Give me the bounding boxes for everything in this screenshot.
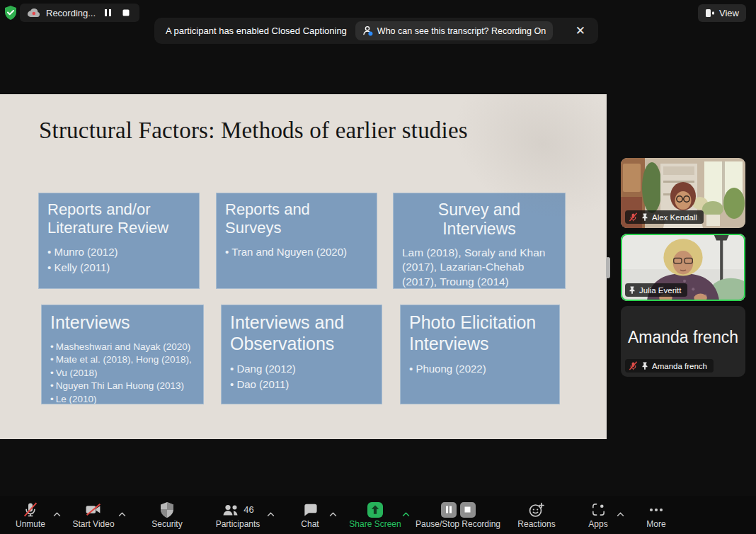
start-video-label: Start Video xyxy=(64,519,123,529)
security-button[interactable]: Security xyxy=(142,500,193,529)
reactions-button[interactable]: Reactions xyxy=(507,500,566,529)
participants-label: Participants xyxy=(204,519,272,529)
more-button[interactable]: More xyxy=(634,500,678,529)
box-list-item: Le (2010) xyxy=(50,393,195,404)
box-list: Tran and Nguyen (2020) xyxy=(225,244,368,260)
box-list-item: Mate et al. (2018), Hong (2018), xyxy=(50,353,195,367)
view-button[interactable]: View xyxy=(698,4,746,22)
pause-recording-icon[interactable] xyxy=(101,6,114,19)
box-list: Munro (2012) Kelly (2011) xyxy=(47,244,190,275)
recording-cloud-icon xyxy=(27,8,40,18)
reactions-label: Reactions xyxy=(507,519,566,529)
unmute-options-chevron-icon[interactable] xyxy=(53,509,61,519)
slide-box-reports-literature: Reports and/or Literature Review Munro (… xyxy=(38,193,200,289)
slide-box-interviews: Interviews Masheshwari and Nayak (2020) … xyxy=(41,305,204,404)
pause-stop-recording-label: Pause/Stop Recording xyxy=(414,519,502,529)
participant-name: Alex Kendall xyxy=(652,213,697,222)
box-list-item: Dao (2011) xyxy=(230,377,373,392)
box-list-item: Vu (2018) xyxy=(50,367,195,380)
box-list-item: Munro (2012) xyxy=(47,244,190,260)
muted-mic-icon xyxy=(629,212,638,222)
share-screen-icon xyxy=(343,500,407,519)
pause-stop-recording-control: Pause/Stop Recording xyxy=(414,500,502,529)
box-list-item: Dang (2012) xyxy=(230,361,373,377)
box-list-item: Masheshwari and Nayak (2020) xyxy=(50,341,195,354)
box-body: Lam (2018), Soraly and Khan (2017), Laza… xyxy=(402,246,556,288)
share-screen-button[interactable]: Share Screen xyxy=(343,500,407,529)
box-title: Reports and/or Literature Review xyxy=(47,200,190,237)
apps-label: Apps xyxy=(575,519,622,529)
recording-status-label: Recording... xyxy=(46,8,96,18)
box-title: Interviews xyxy=(50,312,195,334)
apps-options-chevron-icon[interactable] xyxy=(617,509,624,519)
banner-message: A participant has enabled Closed Caption… xyxy=(166,25,347,36)
box-title: Interviews and Observations xyxy=(230,312,373,354)
slide-box-photo-elicitation: Photo Elicitation Interviews Phuong (202… xyxy=(400,305,560,404)
pin-icon xyxy=(641,361,648,370)
slide-title: Structural Factors: Methods of earlier s… xyxy=(39,118,468,144)
participants-options-chevron-icon[interactable] xyxy=(267,509,275,519)
video-tile-alex-kendall[interactable]: Alex Kendall xyxy=(621,158,745,228)
reactions-icon xyxy=(507,500,566,519)
security-label: Security xyxy=(142,519,193,529)
chat-button[interactable]: Chat xyxy=(286,500,334,529)
video-options-chevron-icon[interactable] xyxy=(118,509,126,519)
share-options-chevron-icon[interactable] xyxy=(402,509,410,519)
slide-box-interviews-observations: Interviews and Observations Dang (2012) … xyxy=(221,305,382,404)
participants-icon xyxy=(222,501,240,518)
participant-display-name: Amanda french xyxy=(621,328,745,347)
chat-icon xyxy=(286,500,334,519)
box-list-item: Phuong (2022) xyxy=(409,361,551,377)
transcript-visibility-button[interactable]: Who can see this transcript? Recording O… xyxy=(355,21,553,40)
chat-label: Chat xyxy=(286,519,334,529)
security-shield-badge-icon[interactable] xyxy=(4,5,18,21)
participant-name: Amanda french xyxy=(652,362,707,370)
slide-box-reports-surveys: Reports and Surveys Tran and Nguyen (202… xyxy=(216,193,377,289)
participants-count: 46 xyxy=(244,504,253,515)
video-tile-julia-everitt[interactable]: Julia Everitt xyxy=(621,234,745,301)
banner-close-icon[interactable]: ✕ xyxy=(571,23,590,38)
shield-icon xyxy=(142,500,193,519)
box-list-item: Tran and Nguyen (2020) xyxy=(225,244,368,260)
video-muted-icon xyxy=(64,500,123,519)
shared-screen-slide: Structural Factors: Methods of earlier s… xyxy=(0,94,607,439)
box-list: Phuong (2022) xyxy=(409,361,551,377)
slide-box-survey-interviews: Survey and Interviews Lam (2018), Soraly… xyxy=(393,193,566,289)
participants-button[interactable]: 46 Participants xyxy=(204,500,272,529)
share-screen-label: Share Screen xyxy=(343,519,407,529)
stop-recording-icon[interactable] xyxy=(120,6,132,19)
view-button-label: View xyxy=(719,8,739,18)
mic-muted-icon xyxy=(3,500,58,519)
pin-icon xyxy=(629,285,636,295)
box-title: Survey and Interviews xyxy=(402,200,556,239)
chat-options-chevron-icon[interactable] xyxy=(329,509,337,519)
pin-icon xyxy=(641,212,648,222)
pause-recording-button-icon[interactable] xyxy=(441,502,457,518)
tile-name-badge: Julia Everitt xyxy=(625,283,687,297)
apps-icon xyxy=(575,500,622,519)
apps-button[interactable]: Apps xyxy=(575,500,622,529)
box-title: Reports and Surveys xyxy=(225,200,368,237)
more-icon xyxy=(634,500,678,519)
unmute-label: Unmute xyxy=(3,519,58,529)
start-video-button[interactable]: Start Video xyxy=(64,500,123,529)
box-list-item: Kelly (2011) xyxy=(47,260,190,275)
more-label: More xyxy=(634,519,678,529)
closed-captioning-banner: A participant has enabled Closed Caption… xyxy=(154,18,598,44)
meeting-toolbar: Unmute Start Video Security xyxy=(0,496,756,534)
box-title: Photo Elicitation Interviews xyxy=(409,312,551,354)
tile-name-badge: Alex Kendall xyxy=(625,210,704,224)
box-list-item: Nguyen Thi Lan Huong (2013) xyxy=(50,380,195,393)
muted-mic-icon xyxy=(629,361,638,370)
person-transcript-icon xyxy=(362,25,373,36)
participant-name: Julia Everitt xyxy=(639,286,681,295)
transcript-button-label: Who can see this transcript? Recording O… xyxy=(377,26,546,36)
unmute-button[interactable]: Unmute xyxy=(3,500,58,529)
box-list: Dang (2012) Dao (2011) xyxy=(230,361,373,392)
stop-recording-button-icon[interactable] xyxy=(460,502,476,518)
tile-name-badge: Amanda french xyxy=(625,359,714,373)
view-layout-icon xyxy=(705,8,715,18)
box-list: Masheshwari and Nayak (2020) Mate et al.… xyxy=(50,341,195,405)
panel-resize-handle[interactable] xyxy=(606,257,610,278)
video-tile-amanda-french[interactable]: Amanda french Amanda french xyxy=(621,306,745,377)
